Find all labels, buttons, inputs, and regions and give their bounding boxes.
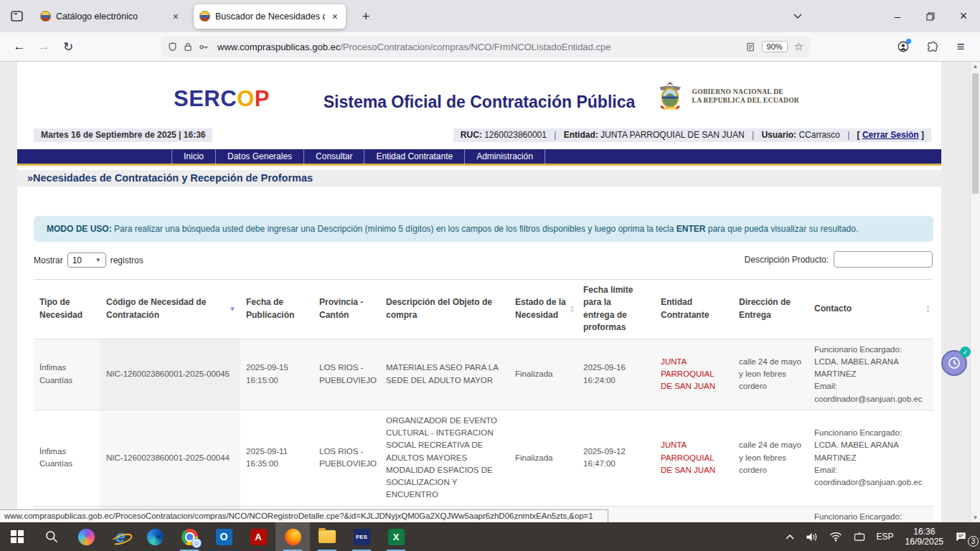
- scroll-down-icon[interactable]: ▼: [971, 514, 980, 521]
- start-button[interactable]: [0, 522, 34, 551]
- description-filter: Descripción Producto:: [745, 251, 933, 268]
- records-label: registros: [110, 255, 143, 265]
- cell-fecha_publicacion: 2025-09-11 16:35:00: [240, 410, 314, 506]
- puzzle-icon: [926, 41, 938, 53]
- column-header[interactable]: Provincia - Cantón: [314, 280, 380, 339]
- back-button[interactable]: ←: [7, 35, 32, 58]
- taskbar-fes-button[interactable]: FES: [344, 522, 379, 551]
- taskbar-acrobat-button[interactable]: A: [241, 522, 275, 551]
- browser-tab-strip: Catálogo electrónico × Buscador de Neces…: [0, 0, 980, 32]
- description-filter-input[interactable]: [834, 251, 933, 268]
- menu-button[interactable]: ≡: [948, 35, 973, 58]
- restore-button[interactable]: [914, 0, 947, 32]
- account-button[interactable]: [891, 35, 915, 58]
- url-text: www.compraspublicas.gob.ec/ProcesoContra…: [217, 42, 611, 52]
- table-row[interactable]: Ínfimas CuantíasNIC-1260023860001-2025-0…: [34, 339, 933, 410]
- notification-count-badge: 3: [968, 536, 979, 547]
- taskbar-excel-button[interactable]: X: [379, 522, 413, 551]
- taskbar-edge-button[interactable]: [138, 522, 172, 551]
- column-header[interactable]: Contacto▲ ▼: [809, 280, 933, 339]
- close-button[interactable]: ×: [947, 0, 980, 32]
- taskbar-search-button[interactable]: [34, 522, 69, 551]
- nav-item-inicio[interactable]: Inicio: [171, 149, 216, 164]
- wifi-icon[interactable]: [824, 522, 848, 551]
- tab-list-chevron-icon[interactable]: [786, 14, 809, 19]
- bookmark-star-icon[interactable]: ☆: [794, 40, 804, 53]
- column-header[interactable]: Estado de la Necesidad▲ ▼: [509, 280, 578, 339]
- taskbar-copilot-button[interactable]: [69, 522, 103, 551]
- column-header[interactable]: Descripción del Objeto de compra: [380, 280, 509, 339]
- tab-title: Buscador de Necesidades de Co: [215, 11, 325, 22]
- needs-table: Tipo de NecesidadCódigo de Necesidad de …: [34, 279, 933, 522]
- url-bar[interactable]: www.compraspublicas.gob.ec/ProcesoContra…: [161, 36, 810, 57]
- usage-note: MODO DE USO: Para realizar una búsqueda …: [34, 216, 933, 242]
- chrome-profile-badge: ☺: [192, 538, 202, 548]
- column-header-label: Estado de la Necesidad: [515, 297, 566, 319]
- floating-extension-widget[interactable]: ✓: [941, 350, 969, 377]
- filter-label: Descripción Producto:: [745, 255, 829, 265]
- shield-icon[interactable]: [167, 42, 178, 52]
- acrobat-icon: A: [250, 529, 267, 545]
- column-header[interactable]: Tipo de Necesidad: [34, 280, 100, 339]
- column-header[interactable]: Código de Necesidad de Contratación▼: [100, 280, 240, 339]
- lock-icon[interactable]: [183, 42, 193, 52]
- column-header-label: Entidad Contratante: [661, 297, 709, 319]
- nav-item-administración[interactable]: Administración: [465, 149, 545, 164]
- taskbar-clock[interactable]: 16:36 16/9/2025: [900, 522, 949, 551]
- cell-descripcion: ORGANIZADOR DE EVENTO CULTURAL - INTEGRA…: [380, 410, 509, 506]
- forward-button[interactable]: →: [32, 35, 56, 58]
- minimize-button[interactable]: –: [881, 0, 914, 32]
- reader-view-icon[interactable]: [745, 42, 755, 52]
- nav-item-entidad-contratante[interactable]: Entidad Contratante: [364, 149, 465, 164]
- taskbar-chrome-button[interactable]: ☺: [172, 522, 207, 551]
- taskbar-internet-explorer-button[interactable]: e: [103, 522, 138, 551]
- show-records-select[interactable]: 10 ▼: [67, 253, 106, 268]
- cell-fecha_limite: 2025-09-16 16:24:00: [578, 339, 655, 410]
- column-header-label: Fecha límite para la entrega de proforma…: [583, 285, 633, 332]
- extensions-button[interactable]: [920, 35, 944, 58]
- system-tray: ESP 16:36 16/9/2025 3: [780, 522, 980, 551]
- cell-tipo: Ínfimas Cuantías: [34, 410, 100, 506]
- volume-icon[interactable]: [800, 522, 824, 551]
- cell-entidad: JUNTA PARROQUIAL DE SAN JUAN: [655, 506, 733, 522]
- taskbar-firefox-button[interactable]: [275, 522, 310, 551]
- sort-desc-icon: ▼: [229, 304, 236, 315]
- session-bar: RUC: 1260023860001 | Entidad: JUNTA PARR…: [453, 128, 931, 142]
- notification-center-button[interactable]: 3: [949, 522, 980, 551]
- language-indicator[interactable]: ESP: [871, 522, 900, 551]
- firefox-view-button[interactable]: [6, 6, 27, 27]
- cell-descripcion: MATERIALES ASEO PARA LA SEDE DEL ADULTO …: [380, 339, 509, 410]
- tab-close-icon[interactable]: ×: [171, 11, 181, 22]
- table-row[interactable]: Ínfimas CuantíasNIC-1260023860001-2025-0…: [34, 410, 933, 506]
- reload-button[interactable]: ↻: [56, 35, 80, 58]
- column-header[interactable]: Fecha de Publicación: [240, 280, 314, 339]
- scrollbar-thumb[interactable]: [972, 73, 979, 194]
- tab-catalogo[interactable]: Catálogo electrónico ×: [34, 4, 187, 29]
- column-header[interactable]: Dirección de Entrega: [733, 280, 809, 339]
- key-icon[interactable]: [198, 42, 209, 52]
- taskbar-outlook-button[interactable]: O: [207, 522, 241, 551]
- table-header-row: Tipo de NecesidadCódigo de Necesidad de …: [34, 280, 933, 339]
- check-badge: ✓: [960, 347, 971, 357]
- column-header-label: Tipo de Necesidad: [39, 297, 83, 319]
- nav-item-consultar[interactable]: Consultar: [304, 149, 364, 164]
- zoom-level-indicator[interactable]: 90%: [762, 41, 788, 52]
- entidad-link[interactable]: JUNTA PARROQUIAL DE SAN JUAN: [661, 441, 715, 474]
- usuario-value: CCarrasco: [798, 130, 839, 140]
- scroll-up-icon[interactable]: ▲: [971, 63, 980, 70]
- tray-chevron-up-icon[interactable]: [780, 522, 800, 551]
- connect-display-icon[interactable]: [848, 522, 871, 551]
- entidad-link[interactable]: JUNTA PARROQUIAL DE SAN JUAN: [661, 357, 715, 391]
- new-tab-button[interactable]: +: [356, 9, 376, 24]
- nav-item-datos-generales[interactable]: Datos Generales: [216, 149, 304, 164]
- windows-logo-icon: [11, 530, 24, 543]
- vertical-scrollbar[interactable]: ▲ ▼: [970, 62, 980, 522]
- show-label: Mostrar: [34, 255, 63, 265]
- column-header[interactable]: Entidad Contratante: [655, 280, 733, 339]
- chevron-down-icon: ▼: [95, 257, 101, 263]
- column-header[interactable]: Fecha límite para la entrega de proforma…: [578, 280, 655, 339]
- tab-close-icon[interactable]: ×: [330, 11, 340, 22]
- tab-buscador-active[interactable]: Buscador de Necesidades de Co ×: [194, 4, 346, 29]
- taskbar-file-explorer-button[interactable]: [310, 522, 344, 551]
- logout-link[interactable]: Cerrar Sesión: [862, 130, 919, 140]
